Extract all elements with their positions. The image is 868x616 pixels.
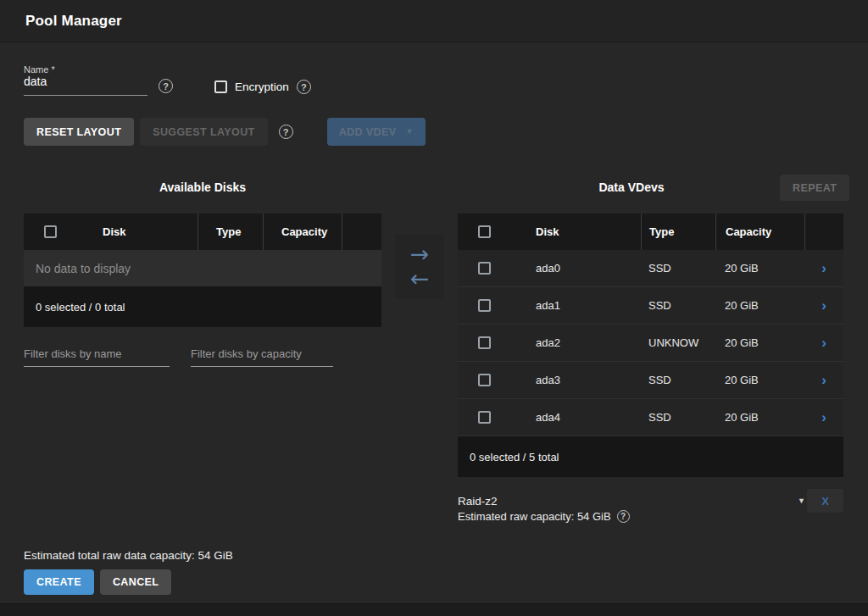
layout-help-icon[interactable]: ? bbox=[279, 125, 293, 139]
available-disks-title: Available Disks bbox=[24, 180, 381, 194]
expand-row-icon[interactable]: › bbox=[821, 261, 826, 275]
filter-by-capacity-input[interactable] bbox=[191, 347, 333, 367]
row-checkbox[interactable] bbox=[478, 299, 491, 312]
data-vdevs-header: Disk Type Capacity bbox=[458, 214, 843, 250]
remove-vdev-button[interactable]: X bbox=[807, 489, 843, 513]
available-disks-table: Disk Type Capacity No data to display 0 … bbox=[24, 214, 381, 327]
cancel-button[interactable]: CANCEL bbox=[100, 569, 171, 595]
move-disks-controls: → ← bbox=[395, 234, 444, 298]
disk-capacity: 20 GiB bbox=[715, 399, 804, 436]
pool-manager-screen: Pool Manager Name * ? Encryption ? RESET… bbox=[0, 0, 868, 616]
table-row[interactable]: ada1 SSD 20 GiB › bbox=[458, 287, 843, 325]
row-checkbox[interactable] bbox=[478, 262, 491, 275]
encryption-help-icon[interactable]: ? bbox=[297, 80, 311, 94]
row-checkbox[interactable] bbox=[478, 336, 491, 349]
row-checkbox[interactable] bbox=[478, 374, 491, 386]
available-disks-footer: 0 selected / 0 total bbox=[24, 286, 381, 327]
select-all-checkbox[interactable] bbox=[478, 225, 491, 238]
select-all-checkbox[interactable] bbox=[44, 225, 57, 238]
encryption-label: Encryption bbox=[235, 80, 289, 93]
expand-row-icon[interactable]: › bbox=[821, 373, 826, 387]
expand-row-icon[interactable]: › bbox=[821, 298, 826, 313]
disk-filters bbox=[24, 347, 333, 367]
disk-name: ada4 bbox=[510, 399, 641, 436]
disk-capacity: 20 GiB bbox=[715, 250, 804, 286]
move-right-arrow-icon[interactable]: → bbox=[410, 242, 430, 265]
table-row[interactable]: ada0 SSD 20 GiB › bbox=[458, 250, 843, 287]
disk-type: SSD bbox=[641, 399, 715, 436]
estimated-raw-capacity: Estimated raw capacity: 54 GiB ? bbox=[458, 510, 630, 523]
suggest-layout-button[interactable]: SUGGEST LAYOUT bbox=[140, 118, 267, 146]
encryption-checkbox[interactable] bbox=[214, 80, 227, 93]
data-vdevs-title: Data VDevs bbox=[458, 180, 805, 194]
disk-name: ada3 bbox=[510, 362, 641, 398]
disk-capacity: 20 GiB bbox=[715, 362, 804, 398]
raid-type-row: Raid-z2 ▼ X bbox=[458, 489, 843, 513]
expand-row-icon[interactable]: › bbox=[821, 410, 826, 425]
pool-name-input[interactable] bbox=[24, 75, 147, 96]
capacity-help-icon[interactable]: ? bbox=[617, 510, 630, 523]
disk-capacity: 20 GiB bbox=[715, 287, 804, 324]
disk-name: ada2 bbox=[510, 325, 641, 361]
name-label: Name * bbox=[24, 64, 55, 75]
data-vdevs-footer: 0 selected / 5 total bbox=[458, 436, 843, 477]
form-actions: CREATE CANCEL bbox=[24, 569, 171, 595]
add-vdev-label: ADD VDEV bbox=[339, 126, 397, 138]
page-background-strip bbox=[0, 603, 868, 616]
column-header-disk[interactable]: Disk bbox=[76, 214, 198, 250]
table-row[interactable]: ada2 UNKNOW 20 GiB › bbox=[458, 325, 843, 362]
reset-layout-button[interactable]: RESET LAYOUT bbox=[24, 118, 134, 146]
layout-toolbar: RESET LAYOUT SUGGEST LAYOUT ? ADD VDEV ▼ bbox=[24, 118, 426, 146]
estimated-total-capacity: Estimated total raw data capacity: 54 Gi… bbox=[24, 549, 233, 562]
chevron-down-icon: ▼ bbox=[405, 128, 413, 136]
estimated-raw-capacity-text: Estimated raw capacity: 54 GiB bbox=[458, 510, 611, 523]
column-header-blank bbox=[342, 214, 381, 250]
row-checkbox[interactable] bbox=[478, 411, 491, 424]
disk-type: SSD bbox=[641, 362, 715, 398]
create-button[interactable]: CREATE bbox=[24, 569, 94, 595]
chevron-down-icon: ▼ bbox=[798, 497, 805, 505]
repeat-button[interactable]: REPEAT bbox=[780, 175, 849, 201]
empty-table-message: No data to display bbox=[24, 250, 381, 286]
raid-type-select[interactable]: Raid-z2 ▼ bbox=[458, 495, 805, 508]
raid-type-value: Raid-z2 bbox=[458, 495, 498, 508]
name-help-icon[interactable]: ? bbox=[159, 79, 173, 93]
available-disks-header: Disk Type Capacity bbox=[24, 214, 381, 250]
encryption-group: Encryption ? bbox=[214, 80, 311, 94]
add-vdev-button[interactable]: ADD VDEV ▼ bbox=[327, 118, 426, 146]
disk-type: SSD bbox=[641, 287, 715, 324]
column-header-disk[interactable]: Disk bbox=[510, 214, 641, 250]
disk-name: ada1 bbox=[510, 287, 641, 324]
page-title: Pool Manager bbox=[25, 13, 122, 30]
column-header-type[interactable]: Type bbox=[641, 214, 715, 250]
titlebar: Pool Manager bbox=[0, 0, 868, 42]
disk-type: UNKNOW bbox=[641, 325, 715, 361]
table-row[interactable]: ada4 SSD 20 GiB › bbox=[458, 399, 843, 436]
expand-row-icon[interactable]: › bbox=[821, 336, 826, 350]
disk-name: ada0 bbox=[510, 250, 641, 286]
move-left-arrow-icon[interactable]: ← bbox=[410, 267, 430, 290]
filter-by-name-input[interactable] bbox=[24, 347, 170, 367]
column-header-expand bbox=[804, 214, 843, 250]
column-header-type[interactable]: Type bbox=[198, 214, 263, 250]
disk-type: SSD bbox=[641, 250, 715, 286]
column-header-capacity[interactable]: Capacity bbox=[263, 214, 342, 250]
column-header-capacity[interactable]: Capacity bbox=[715, 214, 804, 250]
disk-capacity: 20 GiB bbox=[715, 325, 804, 361]
table-row[interactable]: ada3 SSD 20 GiB › bbox=[458, 362, 843, 399]
data-vdevs-table: Disk Type Capacity ada0 SSD 20 GiB › ada… bbox=[458, 214, 843, 477]
